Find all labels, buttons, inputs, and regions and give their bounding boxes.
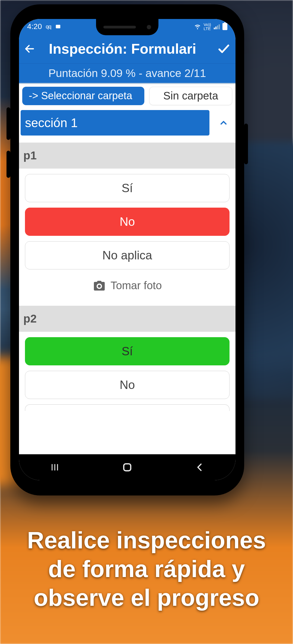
answer-yes-label: Sí bbox=[122, 181, 133, 195]
score-bar: Puntación 9.09 % - avance 2/11 bbox=[19, 63, 235, 84]
answer-no-label: No bbox=[120, 215, 135, 228]
no-folder-label: Sin carpeta bbox=[163, 90, 218, 102]
marketing-caption: Realice inspecciones de forma rápida y o… bbox=[0, 526, 293, 612]
battery-icon bbox=[222, 23, 227, 30]
answer-group-p1: Sí No No aplica bbox=[19, 169, 235, 269]
section-row: sección 1 bbox=[19, 107, 235, 137]
confirm-button[interactable] bbox=[217, 42, 231, 56]
answer-no[interactable]: No bbox=[25, 208, 230, 236]
take-photo-label: Tomar foto bbox=[111, 279, 162, 292]
answer-yes[interactable]: Sí bbox=[25, 174, 230, 202]
nav-home-button[interactable] bbox=[121, 461, 133, 473]
arrow-left-icon bbox=[24, 43, 35, 54]
camera-icon bbox=[93, 279, 106, 292]
back-button[interactable] bbox=[24, 43, 35, 54]
voicemail-icon: qq bbox=[46, 24, 51, 30]
svg-rect-5 bbox=[124, 464, 131, 471]
select-folder-button[interactable]: -> Seleccionar carpeta bbox=[22, 87, 144, 105]
volte-icon: Vo))LTE bbox=[203, 22, 211, 31]
folder-row: -> Seleccionar carpeta Sin carpeta bbox=[19, 84, 235, 107]
wifi-icon bbox=[194, 23, 201, 30]
card-icon bbox=[55, 24, 61, 30]
answer-no[interactable]: No bbox=[25, 371, 230, 399]
collapse-section-button[interactable] bbox=[213, 110, 234, 136]
select-folder-label: -> Seleccionar carpeta bbox=[29, 89, 132, 102]
page-title: Inspección: Formulari bbox=[49, 41, 210, 57]
phone-power-button bbox=[244, 124, 248, 164]
phone-frame: 4:20 qq Vo))LTE Inspección: Formulari Pu… bbox=[10, 4, 244, 495]
answer-na[interactable] bbox=[25, 404, 230, 411]
question-label-text: p1 bbox=[23, 149, 37, 162]
phone-screen: 4:20 qq Vo))LTE Inspección: Formulari Pu… bbox=[19, 19, 235, 480]
phone-notch bbox=[96, 19, 158, 35]
section-title: sección 1 bbox=[25, 116, 78, 130]
check-icon bbox=[217, 42, 231, 56]
home-icon bbox=[121, 461, 133, 473]
score-text: Puntación 9.09 % - avance 2/11 bbox=[48, 67, 206, 80]
answer-yes-label: Sí bbox=[122, 344, 133, 358]
signal-icon bbox=[214, 24, 220, 29]
answer-yes[interactable]: Sí bbox=[25, 337, 230, 365]
nav-back-button[interactable] bbox=[194, 462, 205, 473]
answer-group-p2: Sí No bbox=[19, 332, 235, 411]
recents-icon bbox=[49, 462, 60, 473]
app-bar: Inspección: Formulari bbox=[19, 34, 235, 63]
android-nav-bar bbox=[19, 454, 235, 480]
take-photo-button[interactable]: Tomar foto bbox=[19, 269, 235, 300]
question-label: p2 bbox=[19, 306, 235, 332]
question-label-text: p2 bbox=[23, 312, 37, 325]
answer-no-label: No bbox=[120, 378, 135, 392]
svg-rect-0 bbox=[56, 25, 60, 28]
phone-volume-up bbox=[7, 107, 10, 140]
question-label: p1 bbox=[19, 143, 235, 169]
no-folder-chip[interactable]: Sin carpeta bbox=[149, 87, 232, 105]
phone-volume-down bbox=[7, 151, 10, 178]
nav-recents-button[interactable] bbox=[49, 462, 60, 473]
chevron-left-icon bbox=[194, 462, 205, 473]
answer-na-label: No aplica bbox=[102, 249, 152, 262]
chevron-up-icon bbox=[219, 118, 228, 128]
section-header[interactable]: sección 1 bbox=[21, 110, 209, 136]
answer-na[interactable]: No aplica bbox=[25, 241, 230, 269]
status-time: 4:20 bbox=[27, 22, 42, 31]
